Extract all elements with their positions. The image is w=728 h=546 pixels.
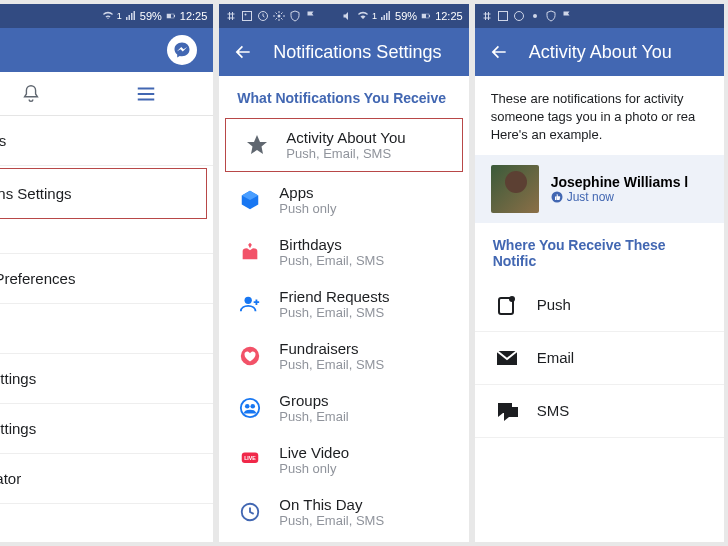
menu-item-notifications-settings[interactable]: ons Settings bbox=[0, 168, 207, 219]
channel-label: Email bbox=[537, 349, 575, 366]
like-icon bbox=[551, 191, 563, 203]
gallery-icon bbox=[241, 10, 253, 22]
menu-item[interactable]: Settings bbox=[0, 354, 213, 404]
item-groups[interactable]: Groups Push, Email bbox=[219, 382, 468, 434]
item-sub: Push, Email, SMS bbox=[286, 146, 443, 161]
svg-point-6 bbox=[278, 15, 281, 18]
svg-point-4 bbox=[245, 14, 247, 16]
item-title: Groups bbox=[279, 392, 450, 409]
item-sub: Push only bbox=[279, 461, 450, 476]
settings-list: ngs ons Settings d Preferences r Setting… bbox=[0, 116, 213, 542]
sim-label: 1 bbox=[372, 11, 377, 21]
shield-status-icon bbox=[545, 10, 557, 22]
clock-status-icon bbox=[257, 10, 269, 22]
header-title: Activity About You bbox=[529, 42, 672, 63]
item-sub: Push, Email, SMS bbox=[279, 253, 450, 268]
menu-item[interactable]: Settings bbox=[0, 404, 213, 454]
cake-icon bbox=[237, 239, 263, 265]
battery-icon bbox=[420, 10, 432, 22]
phone-screen-1: 1 59% 12:25 ngs ons Settings d Preferenc… bbox=[0, 4, 213, 542]
item-title: Birthdays bbox=[279, 236, 450, 253]
item-live-video[interactable]: LIVE Live Video Push only bbox=[219, 434, 468, 486]
svg-point-12 bbox=[241, 399, 259, 417]
item-birthdays[interactable]: Birthdays Push, Email, SMS bbox=[219, 226, 468, 278]
menu-item[interactable] bbox=[0, 221, 213, 254]
item-apps[interactable]: Apps Push only bbox=[219, 174, 468, 226]
hash-icon bbox=[225, 10, 237, 22]
signal-icon bbox=[380, 10, 392, 22]
item-sub: Push only bbox=[279, 201, 450, 216]
item-title: Fundraisers bbox=[279, 340, 450, 357]
push-icon bbox=[495, 293, 519, 317]
menu-item[interactable]: r bbox=[0, 304, 213, 354]
svg-rect-2 bbox=[174, 15, 175, 17]
example-name: Josephine Williams l bbox=[551, 174, 689, 190]
app-header: Activity About You bbox=[475, 28, 724, 76]
svg-point-23 bbox=[509, 296, 515, 302]
channel-sms[interactable]: SMS bbox=[475, 385, 724, 438]
svg-point-10 bbox=[245, 297, 252, 304]
channel-push[interactable]: Push bbox=[475, 279, 724, 332]
item-on-this-day[interactable]: On This Day Push, Email, SMS bbox=[219, 486, 468, 538]
notifications-list: What Notifications You Receive Activity … bbox=[219, 76, 468, 542]
channel-email[interactable]: Email bbox=[475, 332, 724, 385]
phone-screen-3: Activity About You These are notificatio… bbox=[475, 4, 724, 542]
item-sub: Push, Email bbox=[279, 409, 450, 424]
menu-item[interactable]: erator bbox=[0, 454, 213, 504]
back-icon[interactable] bbox=[233, 42, 253, 62]
svg-rect-3 bbox=[243, 12, 252, 21]
fb-top-bar bbox=[0, 28, 213, 72]
svg-rect-8 bbox=[422, 14, 426, 18]
group-icon bbox=[237, 395, 263, 421]
svg-point-14 bbox=[251, 404, 256, 409]
item-title: Apps bbox=[279, 184, 450, 201]
mute-icon bbox=[342, 10, 354, 22]
menu-item[interactable]: d Preferences bbox=[0, 254, 213, 304]
menu-item[interactable]: ngs bbox=[0, 116, 213, 166]
description-text: These are notifications for activity som… bbox=[475, 76, 724, 155]
battery-pct: 59% bbox=[140, 10, 162, 22]
hamburger-icon[interactable] bbox=[135, 83, 157, 105]
activity-detail: These are notifications for activity som… bbox=[475, 76, 724, 542]
phone-screen-2: 1 59% 12:25 Notifications Settings What … bbox=[219, 4, 468, 542]
svg-point-13 bbox=[245, 404, 250, 409]
hash-icon bbox=[481, 10, 493, 22]
status-bar bbox=[475, 4, 724, 28]
flag-icon bbox=[305, 10, 317, 22]
back-icon[interactable] bbox=[489, 42, 509, 62]
item-title: Live Video bbox=[279, 444, 450, 461]
item-activity-about-you[interactable]: Activity About You Push, Email, SMS bbox=[225, 118, 462, 172]
clock-status-icon bbox=[513, 10, 525, 22]
svg-text:LIVE: LIVE bbox=[244, 455, 256, 461]
box-icon bbox=[237, 187, 263, 213]
battery-icon bbox=[165, 10, 177, 22]
item-sub: Push, Email, SMS bbox=[279, 305, 450, 320]
star-icon bbox=[244, 132, 270, 158]
svg-point-19 bbox=[514, 12, 523, 21]
item-sub: Push, Email, SMS bbox=[279, 513, 450, 528]
wifi-icon bbox=[357, 10, 369, 22]
gear-status-icon bbox=[273, 10, 285, 22]
status-right: 1 59% 12:25 bbox=[102, 10, 208, 22]
bell-icon[interactable] bbox=[20, 83, 42, 105]
status-left-icons bbox=[225, 10, 317, 22]
shield-status-icon bbox=[289, 10, 301, 22]
live-icon: LIVE bbox=[237, 447, 263, 473]
clock-icon bbox=[237, 499, 263, 525]
section-header: Where You Receive These Notific bbox=[475, 223, 724, 279]
item-fundraisers[interactable]: Fundraisers Push, Email, SMS bbox=[219, 330, 468, 382]
svg-rect-18 bbox=[498, 12, 507, 21]
tab-bar bbox=[0, 72, 213, 116]
svg-rect-1 bbox=[167, 14, 171, 18]
channel-label: Push bbox=[537, 296, 571, 313]
gear-status-icon bbox=[529, 10, 541, 22]
sms-icon bbox=[495, 399, 519, 423]
app-header: Notifications Settings bbox=[219, 28, 468, 76]
messenger-icon bbox=[173, 41, 191, 59]
clock-time: 12:25 bbox=[435, 10, 463, 22]
item-friend-requests[interactable]: Friend Requests Push, Email, SMS bbox=[219, 278, 468, 330]
flag-icon bbox=[561, 10, 573, 22]
status-bar: 1 59% 12:25 bbox=[219, 4, 468, 28]
gallery-icon bbox=[497, 10, 509, 22]
messenger-button[interactable] bbox=[167, 35, 197, 65]
